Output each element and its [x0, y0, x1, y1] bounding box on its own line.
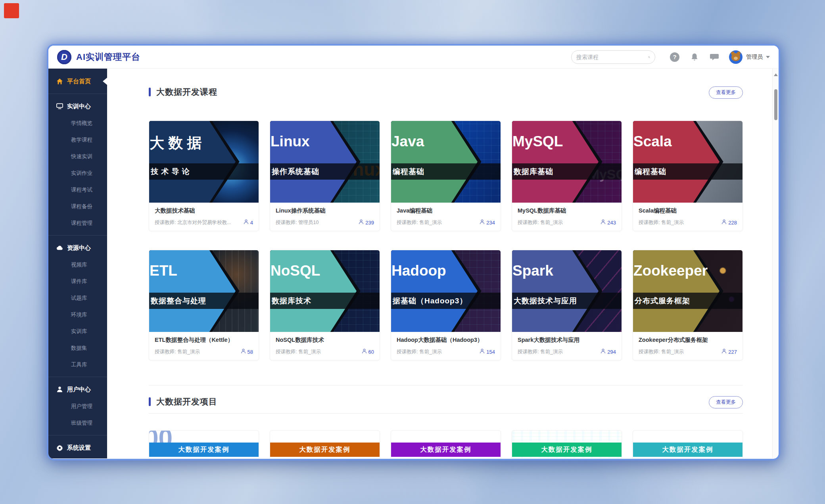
sidebar-item-课程备份[interactable]: 课程备份 [48, 198, 107, 215]
user-avatar[interactable] [729, 50, 742, 64]
course-teacher: 授课教师: 售前_演示 [155, 349, 241, 355]
help-icon[interactable]: ? [670, 52, 680, 62]
course-teacher: 授课教师: 管理员10 [276, 219, 359, 226]
sidebar-group-实训中心[interactable]: 实训中心 [48, 98, 107, 115]
course-card[interactable]: 数据整合与处理ETLETL数据整合与处理（Kettle）授课教师: 售前_演示5… [149, 250, 259, 360]
person-icon [601, 348, 606, 355]
cover-subtitle-band: 数据库基础 [512, 163, 622, 180]
course-info: Linux操作系统基础授课教师: 管理员10239 [270, 203, 380, 231]
sidebar-item-课程管理[interactable]: 课程管理 [48, 215, 107, 232]
project-banner-label: 大数据开发案例 [299, 445, 351, 454]
student-count: 4 [244, 219, 253, 226]
sidebar-item-用户管理[interactable]: 用户管理 [48, 398, 107, 415]
vertical-scrollbar[interactable] [772, 69, 779, 458]
course-card[interactable]: 大数据技术与应用SparkSpark大数据技术与应用授课教师: 售前_演示294 [512, 250, 622, 360]
sidebar-item-实训作业[interactable]: 实训作业 [48, 165, 107, 182]
project-card[interactable]: 大数据开发案例 [633, 430, 743, 458]
app-logo-icon[interactable]: D [57, 50, 71, 64]
sidebar-item-环境库[interactable]: 环境库 [48, 307, 107, 323]
sidebar-group-资源中心[interactable]: 资源中心 [48, 239, 107, 257]
app-title: AI实训管理平台 [76, 51, 140, 63]
notifications-bell-icon[interactable] [689, 52, 700, 62]
sidebar-group-用户中心[interactable]: 用户中心 [48, 381, 107, 398]
student-count-value: 234 [486, 220, 495, 226]
sidebar-item-平台首页[interactable]: 平台首页 [48, 73, 107, 90]
view-more-button[interactable]: 查看更多 [709, 396, 743, 408]
course-cover: 编程基础Java [391, 121, 501, 203]
course-card[interactable]: 编程基础JavaJava编程基础授课教师: 售前_演示234 [391, 121, 501, 231]
sidebar-subitem-label: 实训作业 [71, 170, 92, 177]
project-banner: 大数据开发案例 [149, 443, 259, 457]
project-card[interactable]: 大数据开发案例 [391, 430, 501, 458]
project-card[interactable]: 00大数据开发案例 [149, 430, 259, 458]
sidebar-item-视频库[interactable]: 视频库 [48, 257, 107, 273]
course-meta: 授课教师: 售前_演示154 [397, 348, 495, 355]
sidebar-subitem-label: 班级管理 [71, 420, 92, 427]
sidebar-item-实训库[interactable]: 实训库 [48, 323, 107, 340]
course-card[interactable]: Linux操作系统基础LinuxLinux操作系统基础授课教师: 管理员1023… [270, 121, 380, 231]
course-card[interactable]: 数据库技术NoSQLNoSQL数据库技术授课教师: 售前_演示60 [270, 250, 380, 360]
messages-chat-icon[interactable] [709, 52, 719, 62]
sidebar-item-label: 平台首页 [67, 78, 91, 85]
user-icon [56, 386, 63, 393]
course-teacher: 授课教师: 售前_演示 [639, 349, 721, 355]
project-cover: 00大数据开发案例 [149, 431, 259, 458]
user-name[interactable]: 管理员 [746, 54, 763, 61]
search-input[interactable] [576, 54, 648, 60]
course-card[interactable]: 技 术 导 论大 数 据大数据技术基础授课教师: 北京市对外贸易学校教...4 [149, 121, 259, 231]
cover-subtitle: 据基础（Hadoop3） [391, 296, 467, 306]
project-cover: 大数据开发案例 [512, 431, 622, 458]
course-card[interactable]: MySQ数据库基础MySQLMySQL数据库基础授课教师: 售前_演示243 [512, 121, 622, 231]
sidebar-group-label: 系统设置 [67, 444, 91, 452]
sidebar-item-快速实训[interactable]: 快速实训 [48, 148, 107, 165]
cover-subtitle: 技 术 导 论 [149, 167, 190, 177]
sidebar-subitem-label: 学情概览 [71, 120, 92, 127]
course-cover: 据基础（Hadoop3）Hadoop [391, 250, 501, 332]
sidebar-item-班级管理[interactable]: 班级管理 [48, 415, 107, 431]
cover-subtitle: 编程基础 [391, 167, 424, 177]
sidebar-item-数据集[interactable]: 数据集 [48, 340, 107, 356]
sidebar-divider [48, 435, 107, 435]
course-card[interactable]: 分布式服务框架ZookeeperZookeeper分布式服务框架授课教师: 售前… [633, 250, 743, 360]
project-cover: ···大数据开发案例 [270, 431, 380, 458]
sidebar-item-课件库[interactable]: 课件库 [48, 273, 107, 290]
sidebar-item-工具库[interactable]: 工具库 [48, 356, 107, 373]
cover-title: Spark [512, 263, 553, 279]
student-count: 243 [601, 219, 616, 226]
cover-subtitle: 分布式服务框架 [633, 296, 690, 306]
sidebar-item-学情概览[interactable]: 学情概览 [48, 115, 107, 132]
view-more-button[interactable]: 查看更多 [709, 86, 743, 99]
project-banner: 大数据开发案例 [270, 443, 380, 457]
scrollbar-thumb[interactable] [774, 89, 777, 120]
sidebar-item-试题库[interactable]: 试题库 [48, 290, 107, 307]
student-count-value: 228 [728, 220, 737, 226]
course-card[interactable]: 据基础（Hadoop3）HadoopHadoop大数据基础（Hadoop3）授课… [391, 250, 501, 360]
course-card[interactable]: 编程基础ScalaScala编程基础授课教师: 售前_演示228 [633, 121, 743, 231]
sidebar-group-系统设置[interactable]: 系统设置 [48, 439, 107, 456]
course-cover: MySQ数据库基础MySQL [512, 121, 622, 203]
sidebar-divider [48, 235, 107, 236]
project-card[interactable]: 大数据开发案例 [512, 430, 622, 458]
course-meta: 授课教师: 北京市对外贸易学校教...4 [155, 219, 253, 226]
sidebar-item-教学课程[interactable]: 教学课程 [48, 132, 107, 148]
cover-title: NoSQL [270, 263, 320, 279]
project-banner: 大数据开发案例 [391, 443, 501, 457]
user-menu-chevron-down-icon[interactable] [766, 56, 770, 58]
person-icon [241, 348, 246, 355]
project-card[interactable]: ···大数据开发案例 [270, 430, 380, 458]
cover-subtitle: 大数据技术与应用 [512, 296, 577, 306]
search-icon[interactable] [648, 54, 650, 61]
course-teacher: 授课教师: 售前_演示 [518, 219, 601, 226]
section-accent-bar [149, 397, 151, 406]
sidebar-subitem-label: 课程考试 [71, 186, 92, 194]
course-info: Hadoop大数据基础（Hadoop3）授课教师: 售前_演示154 [391, 332, 501, 360]
sidebar-subitem-label: 视频库 [71, 261, 87, 268]
sidebar-item-课程考试[interactable]: 课程考试 [48, 182, 107, 198]
search-box[interactable] [571, 50, 655, 64]
project-banner: 大数据开发案例 [512, 443, 622, 457]
scrollbar-up-arrow[interactable] [774, 73, 778, 76]
course-info: Zookeeper分布式服务框架授课教师: 售前_演示227 [633, 332, 742, 360]
person-icon [601, 219, 606, 226]
cover-subtitle-band: 编程基础 [391, 163, 501, 180]
sidebar-subitem-label: 实训库 [71, 328, 87, 335]
